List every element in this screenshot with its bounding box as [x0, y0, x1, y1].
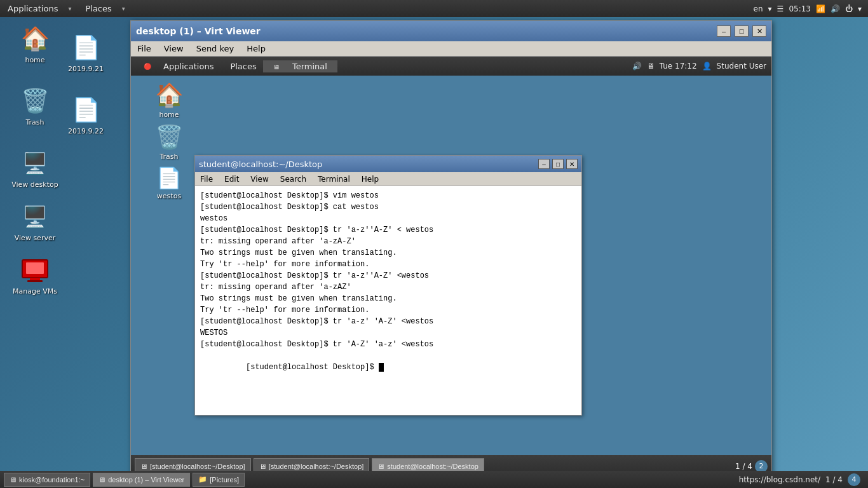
inner-places-menu[interactable]: Places [225, 60, 261, 72]
outer-power-icon[interactable]: ⏻ [845, 4, 853, 13]
terminal-title: student@localhost:~/Desktop [199, 159, 322, 169]
outer-badge: 4 [848, 473, 860, 486]
inner-home-label: home [159, 111, 179, 119]
virt-viewer-menu-file[interactable]: File [135, 44, 154, 53]
desktop-icon-view-server[interactable]: 🖥️ View server [6, 201, 64, 242]
virt-viewer-window: desktop (1) – Virt Viewer – □ ✕ File Vie… [130, 20, 772, 478]
inner-top-taskbar: 🔴 Applications Places 🖥 Terminal 🔊 🖥 Tue… [131, 57, 771, 76]
terminal-line-7: Try 'tr --help' for more information. [200, 259, 576, 270]
desktop-icon-home[interactable]: 🏠 home [6, 24, 64, 64]
terminal-menu-help[interactable]: Help [359, 175, 381, 184]
terminal-line-9: tr: missing operand after 'a-zAZ' [200, 281, 576, 293]
virt-viewer-close[interactable]: ✕ [752, 25, 766, 37]
file2-icon: 📄 [71, 95, 101, 125]
outer-taskbar-left: Applications ▾ Places ▾ [0, 3, 129, 15]
inner-westos-icon: 📄 [156, 166, 182, 190]
terminal-menu-terminal[interactable]: Terminal [315, 175, 353, 184]
outer-btn-2-icon: 🖥 [98, 476, 105, 484]
inner-icon-home[interactable]: 🏠 home [144, 82, 194, 119]
terminal-menubar: File Edit View Search Terminal Help [195, 172, 581, 186]
inner-terminal-tab[interactable]: 🖥 Terminal [263, 60, 337, 72]
terminal-line-8: [student@localhost Desktop]$ tr 'a-z''A-… [200, 270, 576, 281]
virt-viewer-title: desktop (1) – Virt Viewer [136, 26, 261, 36]
view-desktop-icon: 🖥️ [20, 148, 50, 179]
terminal-window: student@localhost:~/Desktop – □ ✕ File E… [194, 155, 582, 416]
inner-screen-icon: 🖥 [647, 62, 654, 71]
inner-user-icon: 👤 [702, 62, 712, 71]
terminal-line-5: tr: missing operand after 'a-zA-Z' [200, 236, 576, 247]
terminal-line-4: [student@localhost Desktop]$ tr 'a-z''A-… [200, 224, 576, 236]
outer-taskbar-btn-3[interactable]: 📁 [Pictures] [193, 473, 245, 487]
terminal-maximize[interactable]: □ [552, 159, 564, 169]
outer-bottom-taskbar: 🖥 kiosk@foundation1:~ 🖥 desktop (1) – Vi… [0, 471, 868, 488]
virt-viewer-menubar: File View Send key Help [131, 41, 771, 57]
inner-applications-menu[interactable]: 🔴 Applications [133, 59, 224, 74]
inner-time: Tue 17:12 [660, 62, 697, 71]
svg-rect-2 [30, 278, 40, 280]
inner-icon-westos[interactable]: 📄 westos [144, 166, 194, 200]
outer-btn-1-icon: 🖥 [10, 476, 17, 484]
terminal-menu-edit[interactable]: Edit [222, 175, 241, 184]
inner-icon-trash[interactable]: 🗑️ Trash [144, 124, 194, 161]
outer-url: https://blog.csdn.net/ [739, 475, 820, 484]
view-server-label: View server [15, 234, 55, 242]
outer-apps-chevron: ▾ [64, 4, 75, 13]
outer-counter: 1 / 4 [825, 475, 843, 484]
terminal-line-13: WESTOS [200, 327, 576, 339]
file1-icon: 📄 [71, 32, 101, 63]
outer-sound-icon: 🔊 [831, 4, 840, 13]
terminal-line-15: [student@localhost Desktop]$ [200, 350, 576, 384]
virt-viewer-minimize[interactable]: – [717, 25, 731, 37]
inner-taskbar-btn-2-icon: 🖥 [259, 463, 266, 470]
home-icon-label: home [25, 56, 44, 64]
inner-taskbar-btn-1-icon: 🖥 [140, 463, 147, 470]
file1-icon-label: 2019.9.21 [68, 65, 104, 73]
inner-westos-label: westos [157, 192, 181, 200]
desktop-icon-view-desktop[interactable]: 🖥️ View desktop [6, 148, 64, 189]
desktop-icon-trash[interactable]: 🗑️ Trash [6, 86, 64, 126]
virt-viewer-menu-sendkey[interactable]: Send key [194, 44, 237, 53]
outer-chevron: ▾ [858, 4, 862, 13]
desktop-icon-file2[interactable]: 📄 2019.9.22 [57, 95, 114, 135]
outer-lang[interactable]: en [754, 4, 763, 13]
virt-viewer-menu-help[interactable]: Help [244, 44, 268, 53]
outer-top-taskbar: Applications ▾ Places ▾ en ▾ ☰ 05:13 📶 🔊… [0, 0, 868, 17]
outer-places-chevron: ▾ [118, 4, 129, 13]
view-desktop-label: View desktop [11, 180, 58, 189]
inner-apps-logo: 🔴 [139, 62, 156, 71]
terminal-line-11: Try 'tr --help' for more information. [200, 304, 576, 316]
terminal-menu-search[interactable]: Search [278, 175, 309, 184]
desktop-icon-file1[interactable]: 📄 2019.9.21 [57, 32, 114, 73]
outer-menu-icon[interactable]: ☰ [777, 4, 784, 13]
inner-taskbar-btn-3-icon: 🖥 [377, 463, 384, 470]
outer-wifi-icon: 📶 [816, 4, 825, 13]
view-server-icon: 🖥️ [20, 201, 50, 232]
virt-viewer-menu-view[interactable]: View [161, 44, 186, 53]
terminal-close[interactable]: ✕ [566, 159, 578, 169]
inner-taskbar-right: 🔊 🖥 Tue 17:12 👤 Student User [632, 62, 771, 71]
desktop-icon-manage-vms[interactable]: Manage VMs [6, 255, 64, 295]
outer-desktop-icons: 🏠 home 📄 2019.9.21 🗑️ Trash 📄 2019.9.22 … [0, 17, 140, 488]
terminal-line-2: [student@localhost Desktop]$ cat westos [200, 201, 576, 213]
outer-places-menu[interactable]: Places [81, 3, 115, 15]
outer-applications-menu[interactable]: Applications [4, 3, 62, 15]
svg-rect-3 [27, 280, 43, 282]
trash-icon-label: Trash [25, 118, 44, 126]
outer-btn-3-icon: 📁 [198, 475, 207, 484]
virt-viewer-maximize[interactable]: □ [735, 25, 749, 37]
terminal-line-12: [student@localhost Desktop]$ tr 'a-z' 'A… [200, 316, 576, 327]
terminal-menu-file[interactable]: File [198, 175, 215, 184]
outer-bottom-right: https://blog.csdn.net/ 1 / 4 4 [739, 473, 864, 486]
terminal-tab-icon: 🖥 [268, 62, 285, 72]
inner-home-icon: 🏠 [155, 82, 184, 109]
terminal-content[interactable]: [student@localhost Desktop]$ vim westos … [195, 186, 581, 415]
inner-user[interactable]: Student User [717, 62, 766, 71]
virt-viewer-window-controls: – □ ✕ [717, 25, 766, 37]
outer-taskbar-btn-2[interactable]: 🖥 desktop (1) – Virt Viewer [93, 473, 190, 487]
outer-taskbar-btn-1[interactable]: 🖥 kiosk@foundation1:~ [4, 473, 90, 487]
outer-taskbar-right: en ▾ ☰ 05:13 📶 🔊 ⏻ ▾ [754, 4, 868, 13]
terminal-minimize[interactable]: – [538, 159, 550, 169]
manage-vms-icon [20, 255, 50, 285]
terminal-window-controls: – □ ✕ [538, 159, 578, 169]
terminal-menu-view[interactable]: View [248, 175, 271, 184]
